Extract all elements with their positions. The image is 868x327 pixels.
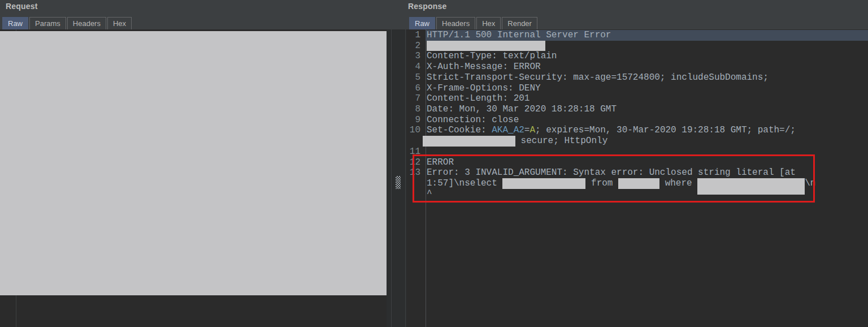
- line-number: 13: [407, 167, 426, 178]
- response-editor[interactable]: 1HTTP/1.1 500 Internal Server Error23Con…: [407, 29, 868, 327]
- line-content: X-Frame-Options: DENY: [426, 83, 868, 94]
- cookie-name-token: AKA_A2: [492, 125, 524, 135]
- request-tab-raw[interactable]: Raw: [2, 17, 28, 29]
- response-tab-render[interactable]: Render: [502, 17, 537, 29]
- text-token: Strict-Transport-Security: max-age=15724…: [427, 72, 769, 83]
- line-content: Date: Mon, 30 Mar 2020 18:28:18 GMT: [426, 104, 868, 115]
- text-token: secure; HttpOnly: [515, 136, 607, 146]
- text-token: Connection: close: [427, 115, 519, 125]
- text-token: \n: [805, 178, 815, 188]
- request-editor[interactable]: [0, 29, 387, 327]
- redacted-text: [427, 41, 545, 51]
- line-number: 12: [407, 157, 426, 168]
- line-number: 10: [407, 125, 426, 136]
- editor-line: 5Strict-Transport-Security: max-age=1572…: [407, 72, 868, 83]
- editor-line: 7Content-Length: 201: [407, 93, 868, 104]
- text-token: Date: Mon, 30 Mar 2020 18:28:18 GMT: [427, 104, 617, 114]
- text-token: =: [524, 125, 530, 135]
- request-tabs: RawParamsHeadersHex: [2, 17, 132, 29]
- editor-line: 9Connection: close: [407, 115, 868, 126]
- line-content: Set-Cookie: AKA_A2=A; expires=Mon, 30-Ma…: [426, 125, 868, 136]
- line-content: ^: [426, 189, 868, 200]
- text-token: from: [585, 178, 618, 188]
- editor-line: 8Date: Mon, 30 Mar 2020 18:28:18 GMT: [407, 104, 868, 115]
- request-tab-params[interactable]: Params: [29, 17, 66, 29]
- splitter-line-left: [391, 29, 392, 327]
- line-content: 1:57]\nselect from where \n: [426, 178, 868, 189]
- editor-line: 4X-Auth-Message: ERROR: [407, 62, 868, 72]
- text-token: X-Auth-Message: ERROR: [427, 62, 541, 72]
- line-number: 2: [407, 41, 426, 51]
- text-token: 1:57]\nselect: [427, 178, 502, 188]
- text-token: HTTP/1.1 500 Internal Server Error: [427, 30, 611, 40]
- text-token: Content-Length: 201: [427, 93, 530, 104]
- line-number: [407, 189, 426, 200]
- panel-splitter: [387, 29, 407, 327]
- content-area: 1HTTP/1.1 500 Internal Server Error23Con…: [0, 29, 868, 327]
- cookie-value-token: A: [530, 125, 535, 135]
- editor-line: 1:57]\nselect from where \n: [407, 178, 868, 189]
- line-content: [426, 147, 868, 157]
- splitter-line-right: [405, 29, 406, 327]
- panel-header-band: Request Response RawParamsHeadersHex Raw…: [0, 0, 868, 29]
- editor-line: secure; HttpOnly: [407, 136, 868, 147]
- redacted-text: [502, 178, 585, 189]
- editor-line: 3Content-Type: text/plain: [407, 51, 868, 62]
- line-number: 11: [407, 147, 426, 157]
- response-panel-title: Response: [408, 2, 447, 11]
- splitter-drag-handle-icon[interactable]: [396, 176, 401, 189]
- editor-line: 11: [407, 147, 868, 157]
- editor-line: 13Error: 3 INVALID_ARGUMENT: Syntax erro…: [407, 167, 868, 178]
- line-content: [426, 41, 868, 51]
- text-token: X-Frame-Options: DENY: [427, 83, 541, 93]
- request-panel-title: Request: [6, 2, 38, 11]
- line-number: 1: [407, 30, 426, 41]
- editor-line: 12ERROR: [407, 157, 868, 168]
- response-tab-raw[interactable]: Raw: [409, 17, 435, 29]
- editor-line: 10Set-Cookie: AKA_A2=A; expires=Mon, 30-…: [407, 125, 868, 136]
- request-tab-headers[interactable]: Headers: [67, 17, 106, 29]
- response-tab-hex[interactable]: Hex: [476, 17, 501, 29]
- line-content: Content-Length: 201: [426, 93, 868, 104]
- redacted-text: [618, 178, 659, 189]
- redacted-request-body: [0, 31, 387, 295]
- burp-message-editor: Request Response RawParamsHeadersHex Raw…: [0, 0, 868, 327]
- line-number: 3: [407, 51, 426, 62]
- line-content: HTTP/1.1 500 Internal Server Error: [426, 30, 868, 41]
- response-lines: 1HTTP/1.1 500 Internal Server Error23Con…: [407, 30, 868, 200]
- response-tab-headers[interactable]: Headers: [436, 17, 475, 29]
- editor-line: 6X-Frame-Options: DENY: [407, 83, 868, 94]
- request-tab-hex[interactable]: Hex: [107, 17, 132, 29]
- text-token: Error: 3 INVALID_ARGUMENT: Syntax error:…: [427, 167, 796, 178]
- text-token: Content-Type: text/plain: [427, 51, 557, 61]
- response-tabs: RawHeadersHexRender: [409, 17, 537, 29]
- line-number: 5: [407, 72, 426, 83]
- text-token: Set-Cookie:: [427, 125, 492, 135]
- line-content: secure; HttpOnly: [426, 136, 868, 147]
- line-content: X-Auth-Message: ERROR: [426, 62, 868, 72]
- editor-line: 1HTTP/1.1 500 Internal Server Error: [407, 30, 868, 41]
- line-content: Connection: close: [426, 115, 868, 126]
- redacted-text: [423, 136, 515, 147]
- line-number: 6: [407, 83, 426, 94]
- line-content: Content-Type: text/plain: [426, 51, 868, 62]
- line-content: Error: 3 INVALID_ARGUMENT: Syntax error:…: [426, 167, 868, 178]
- editor-line: 2: [407, 41, 868, 51]
- text-token: ERROR: [427, 157, 454, 167]
- text-token: ; expires=Mon, 30-Mar-2020 19:28:18 GMT;…: [535, 125, 796, 135]
- text-token: ^: [427, 189, 432, 199]
- text-token: where: [659, 178, 697, 188]
- line-number: 4: [407, 62, 426, 72]
- line-number: [407, 178, 426, 189]
- line-number: 8: [407, 104, 426, 115]
- line-number: 7: [407, 93, 426, 104]
- editor-line: ^: [407, 189, 868, 200]
- line-number: 9: [407, 115, 426, 126]
- line-content: ERROR: [426, 157, 868, 168]
- line-content: Strict-Transport-Security: max-age=15724…: [426, 72, 868, 83]
